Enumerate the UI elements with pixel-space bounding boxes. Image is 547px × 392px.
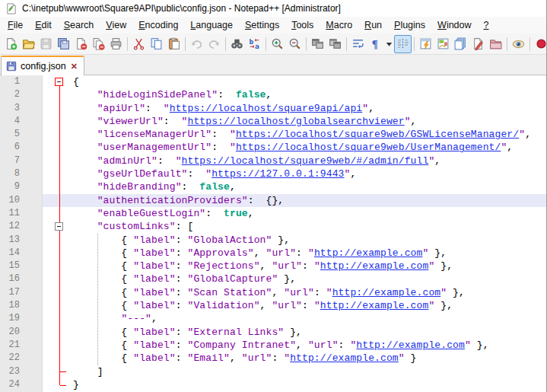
notepad-plus-plus-window: C:\inetpub\wwwroot\Square9API\public\con… (0, 0, 547, 392)
code-line[interactable]: "customLinks": [ (73, 220, 546, 233)
code-line[interactable]: { "label": "Company Intranet", "url": "h… (73, 339, 546, 352)
line-number: 18 (0, 299, 20, 312)
line-number: 10 (0, 194, 20, 207)
url-link[interactable]: http://example.com (320, 300, 429, 311)
close-all-button[interactable] (90, 35, 107, 53)
url-link[interactable]: https://localhost/square9web/UserManagem… (236, 142, 501, 153)
open-file-button[interactable] (20, 35, 37, 53)
close-file-icon (75, 37, 87, 50)
print-button[interactable] (107, 35, 125, 53)
line-number: 23 (0, 365, 20, 378)
code-editor[interactable]: 123456789101112131415161718192021222324 … (0, 75, 546, 392)
function-list-button[interactable] (417, 35, 434, 53)
code-line[interactable]: "gseUrlDefault": "https://127.0.0.1:9443… (73, 167, 546, 180)
menu-item-file[interactable]: File (2, 18, 29, 33)
save-button[interactable] (37, 35, 55, 53)
sync-vertical-scroll-button[interactable] (309, 35, 326, 53)
code-line[interactable]: { "label": "External Links" }, (73, 326, 546, 339)
copy-button[interactable] (148, 35, 165, 53)
url-link[interactable]: http://example.com (314, 247, 423, 259)
monitoring-eye-button[interactable] (510, 35, 527, 53)
url-link[interactable]: https://localhost/square9api/api (170, 103, 362, 114)
close-file-button[interactable] (72, 35, 90, 53)
code-line[interactable]: "adminUrl": "https://localhost/square9we… (73, 155, 546, 167)
code-line[interactable]: "licenseManagerUrl": "https://localhost/… (73, 128, 546, 141)
url-link[interactable]: https://localhost/square9web/GSWLicenseM… (236, 129, 519, 140)
menu-item-edit[interactable]: Edit (29, 18, 58, 33)
url-link[interactable]: http://example.com (356, 339, 465, 351)
chevron-down-button[interactable] (384, 35, 394, 53)
menu-item-view[interactable]: View (100, 18, 132, 33)
url-link[interactable]: http://example.com (320, 260, 429, 272)
menu-item-help[interactable]: ? (478, 18, 495, 33)
line-number: 4 (0, 115, 20, 128)
document-edit-icon (472, 37, 485, 50)
indent-guide-button[interactable] (394, 35, 412, 53)
url-link[interactable]: http://example.com (290, 352, 399, 364)
new-file-button[interactable] (2, 35, 20, 53)
zoom-in-button[interactable] (269, 35, 286, 53)
code-line[interactable]: { "label": "Scan Station", "url": "http:… (73, 286, 546, 299)
url-link[interactable]: http://example.com (332, 287, 441, 298)
redo-button[interactable] (205, 35, 223, 53)
code-line[interactable]: { "label": "Approvals", "url": "http://e… (73, 247, 546, 260)
code-line[interactable]: { "label": "Email", "url": "http://examp… (73, 352, 546, 365)
cut-button[interactable] (130, 35, 148, 53)
fold-margin[interactable] (43, 75, 73, 392)
paste-button[interactable] (165, 35, 183, 53)
tab-close-icon[interactable]: ✕ (70, 62, 78, 71)
document-edit-button[interactable] (469, 35, 487, 53)
menu-item-settings[interactable]: Settings (239, 18, 285, 33)
undo-button[interactable] (188, 35, 205, 53)
code-line[interactable]: { "label": "GlobalAction" }, (73, 234, 546, 247)
document-map-button[interactable] (434, 35, 452, 53)
code-line[interactable]: { "label": "Rejections", "url": "http://… (73, 260, 546, 272)
fold-collapse-marker[interactable] (55, 222, 63, 231)
code-line[interactable]: "apiUrl": "https://localhost/square9api/… (73, 102, 546, 115)
code-line[interactable]: { "label": "Validation", "url": "http://… (73, 299, 546, 312)
code-line[interactable]: "authenticationProviders": {}, (73, 194, 546, 207)
fold-collapse-marker[interactable] (55, 78, 63, 86)
replace-button[interactable]: ba (246, 35, 263, 53)
code-line[interactable]: ] (73, 365, 546, 378)
menu-bar: FileEditSearchViewEncodingLanguageSettin… (0, 17, 546, 33)
menu-item-macro[interactable]: Macro (320, 18, 358, 33)
url-link[interactable]: https://localhost/square9web/#/admin/ful… (182, 155, 429, 167)
menu-item-encoding[interactable]: Encoding (132, 18, 184, 33)
zoom-out-button[interactable] (286, 35, 304, 53)
url-link[interactable]: https://localhost/globalsearchviewer (188, 116, 405, 127)
code-line[interactable]: "userManagementUrl": "https://localhost/… (73, 141, 546, 154)
line-number: 24 (0, 378, 20, 391)
line-number: 9 (0, 180, 20, 193)
print-icon (110, 37, 122, 50)
code-line[interactable]: { (73, 75, 546, 88)
find-button[interactable] (228, 35, 246, 53)
menu-item-tools[interactable]: Tools (285, 18, 320, 33)
menu-item-window[interactable]: Window (431, 18, 477, 33)
code-line[interactable]: "hideBranding": false, (73, 180, 546, 193)
document-list-button[interactable] (452, 35, 469, 53)
word-wrap-button[interactable] (349, 35, 367, 53)
sync-horizontal-scroll-button[interactable] (326, 35, 344, 53)
code-area[interactable]: { "hideLoginSidePanel": false, "apiUrl":… (73, 75, 546, 392)
menu-item-plugins[interactable]: Plugins (388, 18, 431, 33)
redo-icon (208, 37, 221, 50)
tab-config-json[interactable]: config.json ✕ (1, 56, 84, 75)
code-line[interactable]: "---", (73, 312, 546, 325)
menu-item-run[interactable]: Run (358, 18, 388, 33)
code-line[interactable]: } (73, 378, 546, 391)
show-all-characters-button[interactable]: ¶ (367, 35, 384, 53)
code-line[interactable]: { "label": "GlobalCapture" }, (73, 272, 546, 285)
menu-item-search[interactable]: Search (58, 18, 100, 33)
code-line[interactable]: "enableGuestLogin": true, (73, 207, 546, 220)
menu-item-language[interactable]: Language (184, 18, 239, 33)
document-list-icon (454, 37, 467, 50)
code-line[interactable]: "hideLoginSidePanel": false, (73, 88, 546, 101)
code-line[interactable]: "viewerUrl": "https://localhost/globalse… (73, 115, 546, 128)
record-macro-button[interactable] (533, 35, 546, 53)
save-all-button[interactable] (55, 35, 72, 53)
line-number: 3 (0, 102, 20, 115)
fold-guide-line (59, 85, 60, 385)
folder-as-workspace-button[interactable] (487, 35, 504, 53)
url-link[interactable]: https://127.0.0.1:9443 (211, 168, 344, 180)
